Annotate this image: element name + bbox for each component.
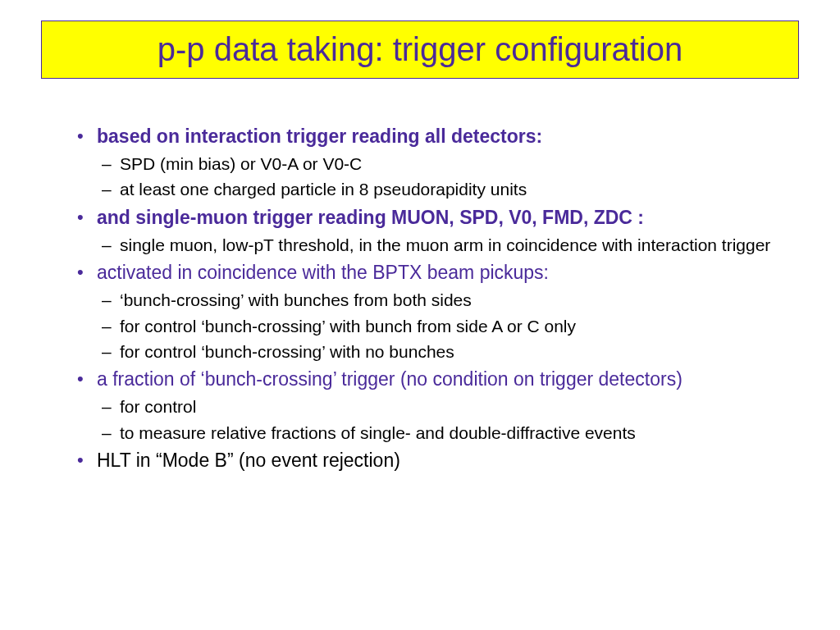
sub-item: single muon, low-pT threshold, in the mu…: [97, 234, 799, 257]
bullet-text: a fraction of ‘bunch-crossing’ trigger (…: [97, 368, 682, 390]
bullet-item: a fraction of ‘bunch-crossing’ trigger (…: [74, 367, 799, 445]
sub-item: for control: [97, 395, 799, 418]
sub-list: ‘bunch-crossing’ with bunches from both …: [97, 289, 799, 363]
sub-item: for control ‘bunch-crossing’ with no bun…: [97, 340, 799, 363]
bullet-list: based on interaction trigger reading all…: [74, 124, 799, 473]
bullet-text: activated in coincidence with the BPTX b…: [97, 262, 549, 283]
bullet-item: and single-muon trigger reading MUON, SP…: [74, 205, 799, 257]
sub-item: ‘bunch-crossing’ with bunches from both …: [97, 289, 799, 312]
bullet-item: HLT in “Mode B” (no event rejection): [74, 448, 799, 473]
bullet-text: and single-muon trigger reading MUON, SP…: [97, 207, 644, 228]
bullet-text: HLT in “Mode B” (no event rejection): [97, 450, 400, 471]
sub-item: to measure relative fractions of single-…: [97, 422, 799, 445]
slide-title: p-p data taking: trigger configuration: [58, 31, 782, 68]
bullet-text: based on interaction trigger reading all…: [97, 126, 542, 147]
slide: p-p data taking: trigger configuration b…: [0, 0, 840, 630]
sub-item: for control ‘bunch-crossing’ with bunch …: [97, 315, 799, 338]
sub-list: for control to measure relative fraction…: [97, 395, 799, 445]
bullet-item: activated in coincidence with the BPTX b…: [74, 260, 799, 363]
sub-item: SPD (min bias) or V0-A or V0-C: [97, 153, 799, 176]
title-box: p-p data taking: trigger configuration: [41, 21, 799, 79]
sub-item: at least one charged particle in 8 pseud…: [97, 178, 799, 201]
sub-list: SPD (min bias) or V0-A or V0-C at least …: [97, 153, 799, 202]
bullet-item: based on interaction trigger reading all…: [74, 124, 799, 202]
content-area: based on interaction trigger reading all…: [41, 124, 799, 473]
sub-list: single muon, low-pT threshold, in the mu…: [97, 234, 799, 257]
